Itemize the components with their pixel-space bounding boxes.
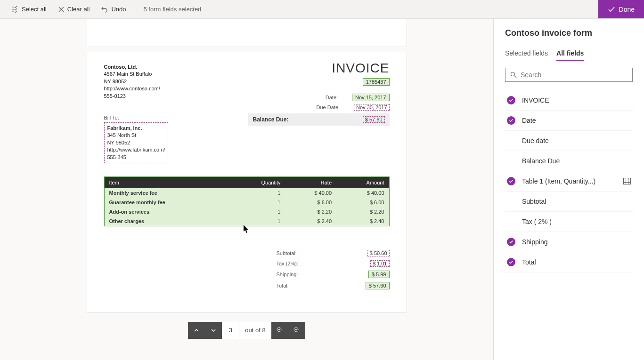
- items-table[interactable]: Item Quantity Rate Amount Monthly servic…: [104, 176, 390, 226]
- chevron-up-icon: [193, 327, 200, 334]
- select-all-icon: [11, 6, 19, 13]
- table-cell: 1: [230, 216, 285, 226]
- table-cell: Guarantee monthly fee: [104, 198, 230, 207]
- billto-url: http://www.fabrikam.com/: [107, 146, 165, 153]
- billto-addr1: 345 North St: [107, 132, 165, 139]
- shipping-field[interactable]: $ 5.99: [368, 271, 390, 278]
- clear-all-label: Clear all: [67, 6, 90, 13]
- date-field[interactable]: Nov 15, 2017: [352, 94, 389, 101]
- total-label: Total:: [277, 283, 289, 288]
- due-date-field[interactable]: Nov 30, 2017: [354, 104, 389, 111]
- table-row: Add-on services1$ 2.20$ 2.20: [104, 207, 389, 216]
- billto-name: Fabrikam, Inc.: [107, 125, 165, 132]
- table-cell: 1: [230, 207, 285, 216]
- field-row[interactable]: Balance Due: [505, 151, 633, 171]
- page-number-input[interactable]: [222, 322, 239, 339]
- invoice-number-field[interactable]: 1785437: [363, 78, 390, 86]
- field-label: INVOICE: [522, 96, 631, 104]
- subtotal-field[interactable]: $ 50.60: [367, 250, 390, 256]
- search-input[interactable]: [521, 71, 628, 79]
- next-page-button[interactable]: [205, 322, 222, 339]
- zoom-in-button[interactable]: [271, 322, 288, 339]
- table-icon: [623, 178, 631, 184]
- search-icon: [510, 72, 517, 78]
- cursor-icon: [244, 225, 250, 233]
- billto-phone: 555-345: [107, 154, 165, 161]
- zoom-in-icon: [276, 327, 284, 334]
- done-button[interactable]: Done: [598, 0, 644, 18]
- chevron-down-icon: [210, 327, 217, 334]
- table-cell: 1: [230, 188, 285, 198]
- toolbar-separator: [134, 4, 134, 15]
- document-page[interactable]: Contoso, Ltd. 4567 Main St Buffalo NY 98…: [87, 52, 407, 312]
- check-on-icon: [507, 177, 515, 185]
- field-row[interactable]: Date: [505, 111, 633, 131]
- total-field[interactable]: $ 57.60: [366, 282, 390, 289]
- table-cell: $ 2.20: [336, 207, 389, 216]
- previous-page-peek: [87, 19, 407, 47]
- field-label: Subtotal: [522, 198, 631, 205]
- check-on-icon: [507, 96, 515, 104]
- field-row[interactable]: Tax ( 2% ): [505, 212, 633, 232]
- table-cell: $ 6.00: [285, 198, 336, 207]
- bill-to-field[interactable]: Fabrikam, Inc. 345 North St NY 98052 htt…: [104, 122, 169, 163]
- date-label: Date:: [305, 95, 338, 100]
- invoice-meta: Date: Nov 15, 2017 Due Date: Nov 30, 201…: [248, 94, 390, 126]
- field-row[interactable]: Due date: [505, 131, 633, 151]
- sidebar-title: Contoso invoice form: [505, 28, 633, 38]
- main: Contoso, Ltd. 4567 Main St Buffalo NY 98…: [0, 19, 644, 360]
- check-on-icon: [507, 116, 515, 125]
- tax-field[interactable]: $ 1.01: [370, 260, 390, 267]
- field-row[interactable]: Subtotal: [505, 192, 633, 212]
- prev-page-button[interactable]: [188, 322, 205, 339]
- due-date-label: Due Date:: [307, 104, 340, 110]
- table-cell: 1: [230, 198, 285, 207]
- table-cell: Monthly service fee: [104, 188, 230, 198]
- col-item: Item: [104, 176, 230, 188]
- zoom-out-icon: [293, 327, 301, 334]
- canvas-area: Contoso, Ltd. 4567 Main St Buffalo NY 98…: [0, 19, 493, 360]
- balance-field[interactable]: $ 57.60: [363, 116, 385, 123]
- table-cell: $ 40.00: [336, 188, 389, 198]
- field-row[interactable]: Shipping: [505, 232, 633, 252]
- totals-block: Subtotal:$ 50.60 Tax (2%):$ 1.01 Shippin…: [277, 250, 390, 289]
- field-label: Tax ( 2% ): [522, 218, 631, 225]
- table-cell: $ 40.00: [285, 188, 336, 198]
- table-row: Guarantee monthly fee1$ 6.00$ 6.00: [104, 198, 389, 207]
- field-row[interactable]: INVOICE: [505, 90, 633, 111]
- clear-all-button[interactable]: Clear all: [52, 0, 96, 18]
- select-all-button[interactable]: Select all: [6, 0, 52, 18]
- field-label: Total: [522, 258, 631, 266]
- table-cell: Add-on services: [104, 207, 230, 216]
- shipping-label: Shipping:: [277, 272, 298, 277]
- field-label: Balance Due: [522, 157, 631, 165]
- balance-label: Balance Due:: [253, 116, 289, 123]
- subtotal-label: Subtotal:: [277, 250, 297, 256]
- sidebar: Contoso invoice form Selected fields All…: [493, 19, 644, 360]
- col-rate: Rate: [285, 176, 336, 188]
- clear-icon: [58, 6, 65, 13]
- field-row[interactable]: Total: [505, 252, 633, 272]
- svg-rect-3: [624, 178, 631, 184]
- check-on-icon: [507, 238, 515, 246]
- tabs: Selected fields All fields: [505, 47, 633, 61]
- table-cell: $ 2.20: [285, 207, 336, 216]
- field-label: Due date: [522, 137, 631, 144]
- tab-selected-fields[interactable]: Selected fields: [505, 47, 548, 61]
- toolbar: Select all Clear all Undo 5 form fields …: [0, 0, 644, 19]
- search-box[interactable]: [505, 68, 633, 82]
- undo-label: Undo: [111, 6, 126, 13]
- zoom-out-button[interactable]: [288, 322, 305, 339]
- field-label: Table 1 (Item, Quantity...): [522, 177, 617, 185]
- undo-button[interactable]: Undo: [95, 0, 131, 18]
- company-url: http://www.contoso.com/: [104, 85, 390, 92]
- company-addr2: NY 98052: [104, 78, 390, 85]
- check-on-icon: [507, 258, 515, 266]
- table-cell: $ 2.40: [336, 216, 389, 226]
- select-all-label: Select all: [22, 6, 47, 13]
- table-cell: Other charges: [104, 216, 230, 226]
- table-cell: $ 2.40: [285, 216, 336, 226]
- tab-all-fields[interactable]: All fields: [556, 47, 584, 61]
- field-row[interactable]: Table 1 (Item, Quantity...): [505, 171, 633, 192]
- done-label: Done: [619, 6, 635, 13]
